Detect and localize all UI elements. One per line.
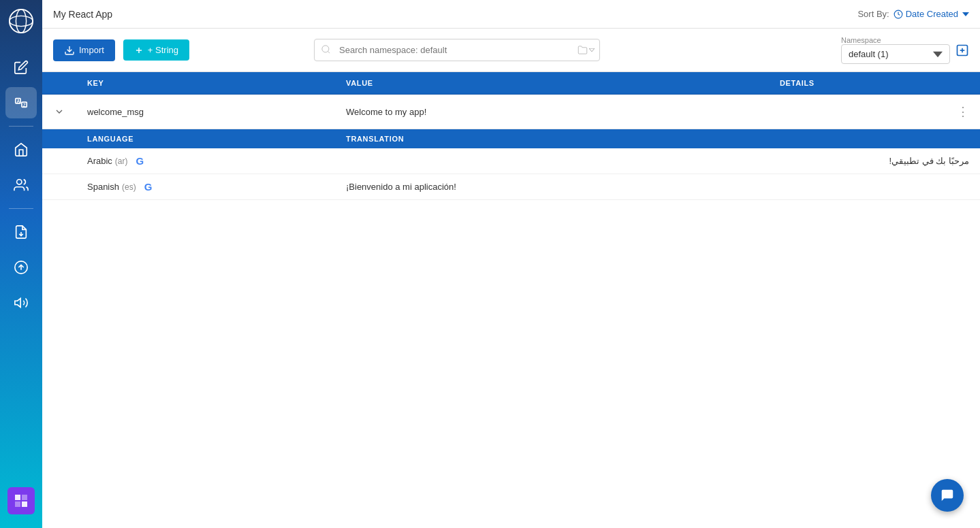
language-name: Spanish	[87, 182, 119, 192]
th-details: DETAILS	[769, 72, 946, 94]
sidebar-item-home[interactable]	[5, 134, 37, 165]
translation-row: Arabic (ar) G مرحبًا بك في تطبيقي!	[42, 148, 980, 174]
sidebar-item-edit[interactable]	[5, 52, 37, 83]
svg-rect-12	[15, 495, 20, 500]
sort-label: Sort By:	[857, 9, 889, 19]
namespace-label: Namespace	[841, 36, 881, 44]
row-key: welcome_msg	[76, 99, 335, 125]
main-content: My React App Sort By: Date Created Impor…	[42, 0, 980, 528]
svg-text:Z: Z	[23, 103, 26, 108]
sidebar: AZ	[0, 0, 42, 528]
google-translate-badge[interactable]: G	[144, 181, 153, 193]
svg-rect-15	[22, 501, 27, 507]
th-value: VALUE	[335, 72, 769, 94]
sidebar-item-team[interactable]	[5, 169, 37, 201]
sub-th-spacer	[42, 129, 76, 148]
search-folder-button[interactable]	[578, 45, 595, 55]
translation-row: Spanish (es) G ¡Bienvenido a mi aplicaci…	[42, 174, 980, 200]
sub-spacer	[42, 154, 76, 168]
row-details	[769, 103, 946, 120]
namespace-select[interactable]: default (1)	[841, 44, 950, 64]
search-container	[314, 39, 600, 61]
sidebar-item-translate[interactable]: AZ	[5, 87, 37, 118]
th-key: KEY	[76, 72, 335, 94]
sidebar-item-upload[interactable]	[5, 252, 37, 283]
language-code: (ar)	[115, 156, 128, 166]
sidebar-divider-1	[9, 126, 33, 127]
language-cell: Arabic (ar) G	[76, 148, 335, 174]
sidebar-item-export[interactable]	[5, 216, 37, 248]
namespace-value: default (1)	[849, 49, 928, 59]
import-label: Import	[79, 45, 104, 55]
svg-point-2	[10, 16, 33, 26]
svg-marker-11	[15, 299, 20, 308]
svg-point-7	[17, 180, 22, 184]
table-header: KEY VALUE DETAILS	[42, 72, 980, 95]
google-translate-badge[interactable]: G	[136, 155, 144, 167]
sidebar-divider-2	[9, 208, 33, 209]
language-code: (es)	[122, 182, 136, 192]
chat-button[interactable]	[931, 479, 964, 512]
svg-point-1	[16, 10, 26, 33]
topbar: My React App Sort By: Date Created	[42, 0, 980, 29]
sub-header: LANGUAGE TRANSLATION	[42, 129, 980, 148]
language-name: Arabic	[87, 156, 112, 166]
svg-point-0	[10, 10, 33, 33]
add-string-label: + String	[148, 45, 178, 55]
translation-text: مرحبًا بك في تطبيقي!	[335, 149, 980, 173]
row-actions[interactable]: ⋮	[946, 95, 980, 129]
more-options-button[interactable]: ⋮	[951, 103, 975, 120]
add-string-button[interactable]: + String	[123, 39, 189, 61]
app-title: My React App	[53, 9, 112, 20]
translation-text: ¡Bienvenido a mi aplicación!	[335, 175, 980, 199]
namespace-container: Namespace default (1)	[841, 36, 969, 64]
svg-rect-14	[15, 501, 20, 507]
toolbar: Import + String Namespace default (1)	[42, 29, 980, 72]
sidebar-logo[interactable]	[8, 8, 34, 50]
svg-point-20	[322, 45, 329, 52]
sub-th-translation: TRANSLATION	[335, 129, 980, 148]
row-value: Welcome to my app!	[335, 99, 769, 125]
row-toggle[interactable]	[42, 98, 76, 125]
sub-th-language: LANGUAGE	[76, 129, 335, 148]
new-namespace-button[interactable]	[955, 44, 969, 57]
sort-control[interactable]: Sort By: Date Created	[857, 9, 969, 19]
sidebar-item-announce[interactable]	[5, 287, 37, 318]
language-cell: Spanish (es) G	[76, 174, 335, 199]
search-icon	[321, 44, 331, 56]
svg-line-21	[328, 51, 330, 53]
import-button[interactable]: Import	[53, 39, 115, 61]
table-row: welcome_msg Welcome to my app! ⋮	[42, 95, 980, 129]
th-toggle	[42, 72, 76, 94]
th-actions	[946, 72, 980, 94]
svg-text:A: A	[17, 99, 20, 103]
sort-date-button[interactable]: Date Created	[894, 9, 969, 19]
sub-spacer	[42, 180, 76, 194]
sort-value: Date Created	[906, 9, 958, 19]
svg-rect-13	[22, 495, 27, 500]
translations-table: KEY VALUE DETAILS welcome_msg Welcome to…	[42, 72, 980, 528]
sidebar-tile-bottom[interactable]	[7, 487, 35, 514]
search-input[interactable]	[314, 39, 600, 61]
